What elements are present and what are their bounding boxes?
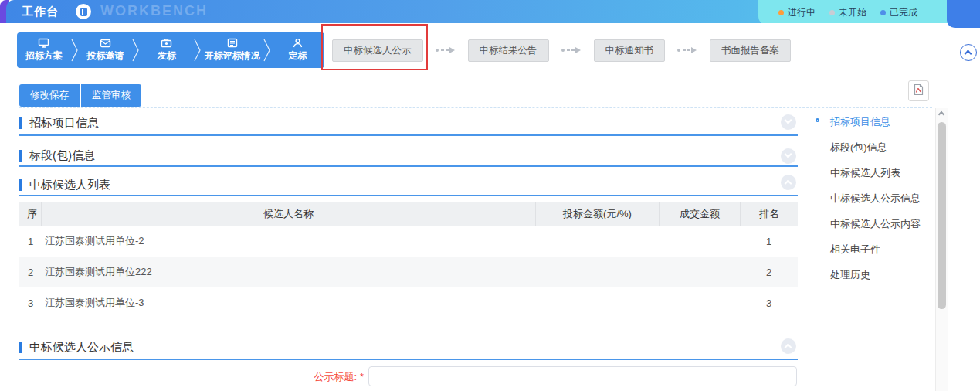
anchor-label: 中标候选人公示内容 [830,218,921,230]
step-label: 投标邀请 [86,49,124,63]
table-row[interactable]: 1 江苏国泰测试用单位-2 1 [19,226,798,257]
process-band: 招标方案 投标邀请 发标 开标评标情况 定标 中 [0,23,948,73]
collapse-toggle-package-info[interactable] [781,148,796,164]
workbench-page: 工作台 WORKBENCH 进行中 未开始 已完成 招标方案 [0,0,980,391]
pdf-icon [913,83,924,98]
completed-dot-icon [880,10,886,15]
table-row[interactable]: 3 江苏国泰测试用单位-3 3 [19,287,798,318]
tab-connector-line [968,28,968,44]
anchor-label: 标段(包)信息 [830,141,887,153]
mail-icon [100,39,111,48]
anchor-label: 招标项目信息 [830,116,890,128]
step-separator [71,32,79,68]
collapse-toggle-project-info[interactable] [781,114,796,130]
anchor-item-package-info[interactable]: 标段(包)信息 [819,140,934,165]
legend-label: 未开始 [839,6,866,19]
award-notice-button[interactable]: 中标通知书 [594,39,666,62]
section-underline [19,359,798,360]
step-label: 招标方案 [25,49,63,63]
in-progress-dot-icon [778,10,784,15]
step-tender-plan[interactable]: 招标方案 [17,32,71,68]
cell-candidate-name: 江苏国泰测试用单位-2 [41,234,535,248]
publicity-title-label: 公示标题: [255,370,357,384]
section-title: 中标候选人列表 [29,178,110,192]
dotted-divider [19,107,932,108]
step-separator [263,32,271,68]
section-accent-bar [19,117,22,129]
legend-label: 进行中 [788,6,816,19]
corner-tab[interactable] [947,0,980,28]
step-bid-opening-evaluation[interactable]: 开标评标情况 [202,32,263,68]
anchor-item-history[interactable]: 处理历史 [819,267,934,293]
section-title: 标段(包)信息 [29,148,95,163]
publicity-title-row: 公示标题: * [0,365,849,388]
table-row[interactable]: 2 江苏国泰测试用单位222 2 [19,257,798,287]
required-asterisk: * [360,371,364,382]
column-header-rank: 排名 [740,202,798,226]
scroll-up-arrow-icon[interactable] [938,111,944,117]
candidate-table: 序 候选人名称 投标金额(元/%) 成交金额 排名 1 江苏国泰测试用单位-2 … [19,202,798,318]
scrollbar-thumb[interactable] [938,122,946,309]
page-subtitle: WORKBENCH [100,3,208,19]
collapse-toggle-publicity-info[interactable] [781,338,796,354]
anchor-label: 相关电子件 [830,243,880,255]
result-announcement-button[interactable]: 中标结果公告 [468,39,549,62]
workbench-logo-icon [76,4,91,19]
cell-rank: 3 [740,298,798,309]
section-accent-bar [19,150,22,162]
supervision-audit-button[interactable]: 监管审核 [81,84,141,107]
flow-arrow-icon [677,46,698,54]
monitor-icon [38,38,49,48]
anchor-item-publicity-content[interactable]: 中标候选人公示内容 [819,216,934,242]
step-separator [194,32,202,68]
cell-rank: 2 [740,267,798,278]
cell-seq: 2 [19,267,41,278]
anchor-item-candidate-list[interactable]: 中标候选人列表 [819,165,934,191]
not-started-dot-icon [829,10,835,15]
anchor-label: 中标候选人列表 [830,167,900,178]
briefcase-icon [161,38,172,48]
candidate-publicity-button[interactable]: 中标候选人公示 [332,39,423,62]
step-issue-bid[interactable]: 发标 [140,32,194,68]
section-underline [19,165,798,167]
step-separator [132,32,140,68]
column-header-name: 候选人名称 [41,202,535,226]
save-button[interactable]: 修改保存 [19,84,80,107]
section-underline [19,134,798,136]
column-header-bid-amount: 投标金额(元/%) [535,202,659,226]
cell-seq: 3 [19,298,41,309]
chevron-up-icon [965,50,972,58]
section-title: 中标候选人公示信息 [29,340,134,355]
status-legend: 进行中 未开始 已完成 [758,0,955,26]
section-title: 招标项目信息 [29,116,99,131]
column-header-seq: 序 [19,202,41,226]
export-pdf-button[interactable] [908,80,929,101]
cell-candidate-name: 江苏国泰测试用单位222 [41,265,535,279]
step-label: 定标 [288,49,307,63]
legend-in-progress: 进行中 [778,6,816,19]
section-accent-bar [19,179,22,191]
cell-rank: 1 [740,236,798,247]
step-nav: 招标方案 投标邀请 发标 开标评标情况 定标 [17,32,324,68]
step-bid-invitation[interactable]: 投标邀请 [79,32,133,68]
cell-candidate-name: 江苏国泰测试用单位-3 [41,296,535,310]
collapse-panel-button[interactable] [960,44,977,61]
step-label: 发标 [158,49,176,63]
step-label: 开标评标情况 [205,49,260,63]
flow-arrow-icon [561,46,582,54]
publicity-title-input[interactable] [368,366,797,386]
chevron-up-icon [785,344,792,352]
process-buttons: 中标候选人公示 中标结果公告 中标通知书 书面报告备案 [332,34,791,66]
anchor-item-related-files[interactable]: 相关电子件 [819,242,934,267]
cell-seq: 1 [19,236,41,247]
vertical-scrollbar[interactable] [935,108,948,391]
anchor-item-project-info[interactable]: 招标项目信息 [819,114,934,140]
column-header-deal-amount: 成交金额 [659,202,740,226]
chevron-down-icon [785,117,792,124]
anchor-item-publicity-info[interactable]: 中标候选人公示信息 [819,191,934,216]
section-accent-bar [19,342,22,353]
collapse-toggle-candidate-list[interactable] [781,175,796,190]
step-award[interactable]: 定标 [271,32,325,68]
written-report-filing-button[interactable]: 书面报告备案 [710,39,791,62]
action-toolbar: 修改保存 监管审核 [19,84,141,107]
